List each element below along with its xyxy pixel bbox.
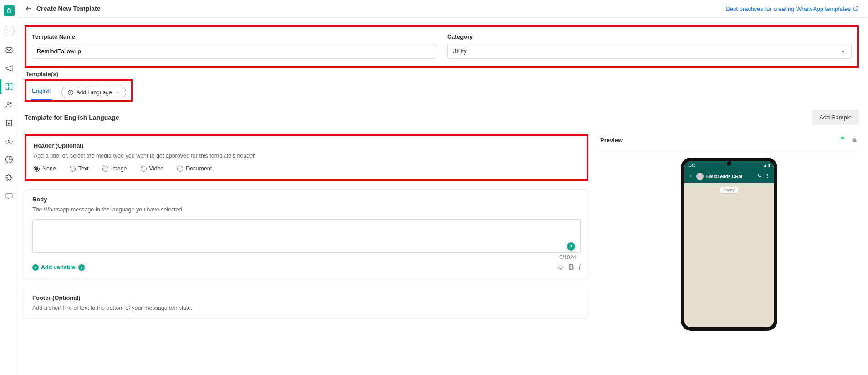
- add-language-button[interactable]: Add Language: [61, 87, 126, 98]
- chat-back-icon: [688, 173, 694, 180]
- info-icon: i: [78, 264, 85, 271]
- chat-avatar: [696, 173, 704, 180]
- radio-none[interactable]: None: [34, 165, 56, 172]
- apple-icon[interactable]: [851, 136, 858, 144]
- header-card-desc: Add a title, or, select the media type y…: [34, 153, 579, 159]
- svg-point-14: [767, 177, 768, 178]
- body-card: Body The Whatsapp message in the languag…: [25, 189, 588, 279]
- svg-rect-2: [10, 83, 12, 86]
- footer-card-desc: Add a short line of text to the bottom o…: [32, 305, 581, 311]
- external-link-icon: [853, 5, 859, 12]
- chat-contact-name: HelloLeads CRM: [706, 174, 754, 179]
- settings-icon[interactable]: [5, 137, 14, 146]
- language-bar-highlight: English Add Language: [25, 79, 133, 102]
- phone-mockup: 1:43 ▲▮ HelloLeads CRM Today: [681, 158, 777, 331]
- body-textarea[interactable]: [32, 219, 581, 253]
- svg-rect-1: [6, 83, 8, 86]
- radio-text[interactable]: Text: [70, 165, 89, 172]
- svg-point-7: [8, 140, 10, 143]
- add-variable-button[interactable]: Add variable i: [32, 264, 85, 271]
- template-name-input[interactable]: [32, 44, 436, 59]
- tab-english[interactable]: English: [31, 85, 52, 100]
- preview-label: Preview: [600, 137, 623, 144]
- plus-circle-icon: [67, 89, 74, 96]
- bold-icon[interactable]: B: [569, 263, 574, 272]
- best-practices-link[interactable]: Best practices for creating WhatsApp tem…: [726, 5, 859, 12]
- page-title: Create New Template: [36, 5, 101, 12]
- radio-image[interactable]: Image: [102, 165, 127, 172]
- contacts-icon[interactable]: [5, 100, 14, 109]
- assistant-badge-icon[interactable]: [566, 241, 576, 252]
- svg-point-5: [7, 103, 9, 105]
- chat-icon[interactable]: [5, 191, 14, 200]
- topbar: Create New Template Best practices for c…: [18, 0, 868, 18]
- main: Create New Template Best practices for c…: [18, 0, 868, 375]
- svg-rect-8: [6, 193, 12, 198]
- chat-header: HelloLeads CRM: [684, 170, 774, 183]
- svg-rect-0: [6, 48, 12, 53]
- svg-point-6: [10, 103, 11, 104]
- footer-card: Footer (Optional) Add a short line of te…: [25, 288, 588, 319]
- category-select[interactable]: Utility: [447, 44, 852, 59]
- header-card: Header (Optional) Add a title, or, selec…: [25, 134, 588, 181]
- add-sample-button[interactable]: Add Sample: [812, 110, 859, 125]
- add-language-label: Add Language: [77, 89, 112, 96]
- section-header: Template for English Language Add Sample: [25, 110, 859, 125]
- italic-icon[interactable]: I: [579, 263, 581, 272]
- category-label: Category: [447, 33, 852, 40]
- mail-icon[interactable]: [5, 46, 14, 55]
- emoji-icon[interactable]: ☺: [557, 263, 564, 272]
- content: Template Name Category Utility Template(…: [18, 18, 868, 375]
- svg-point-11: [843, 138, 843, 138]
- back-icon[interactable]: [25, 5, 33, 13]
- svg-point-10: [841, 138, 842, 138]
- svg-point-12: [767, 174, 768, 175]
- footer-card-title: Footer (Optional): [32, 294, 581, 301]
- svg-rect-3: [6, 87, 8, 90]
- chevron-down-icon: [115, 90, 120, 95]
- body-card-desc: The Whatsapp message in the language you…: [32, 206, 581, 213]
- call-icon: [756, 173, 762, 180]
- sidebar: H: [0, 0, 18, 375]
- add-variable-label: Add variable: [41, 264, 75, 271]
- radio-document[interactable]: Document: [177, 165, 212, 172]
- app-logo[interactable]: [4, 5, 15, 16]
- category-value: Utility: [452, 48, 467, 55]
- extension-icon[interactable]: [5, 173, 14, 182]
- body-card-title: Body: [32, 196, 581, 203]
- section-title: Template for English Language: [25, 114, 119, 121]
- day-pill: Today: [720, 187, 738, 193]
- chevron-down-icon: [840, 48, 847, 55]
- user-avatar[interactable]: H: [4, 26, 15, 36]
- best-practices-text: Best practices for creating WhatsApp tem…: [726, 5, 851, 12]
- analytics-icon[interactable]: [5, 155, 14, 164]
- char-counter: 0/1024: [559, 254, 576, 261]
- svg-point-13: [767, 175, 768, 176]
- preview-panel: Preview 1:43 ▲▮: [599, 134, 859, 331]
- svg-rect-4: [10, 87, 12, 90]
- store-icon[interactable]: [5, 118, 14, 128]
- templates-label: Template(s): [26, 71, 859, 77]
- template-name-label: Template Name: [32, 33, 436, 40]
- more-icon: [765, 173, 770, 180]
- header-card-title: Header (Optional): [34, 142, 579, 149]
- templates-icon[interactable]: [5, 82, 14, 91]
- campaign-icon[interactable]: [5, 64, 14, 73]
- plus-icon: [32, 264, 39, 271]
- radio-video[interactable]: Video: [141, 165, 164, 172]
- name-category-row: Template Name Category Utility: [25, 25, 859, 68]
- phone-camera-notch: [727, 161, 731, 166]
- android-icon[interactable]: [839, 136, 846, 144]
